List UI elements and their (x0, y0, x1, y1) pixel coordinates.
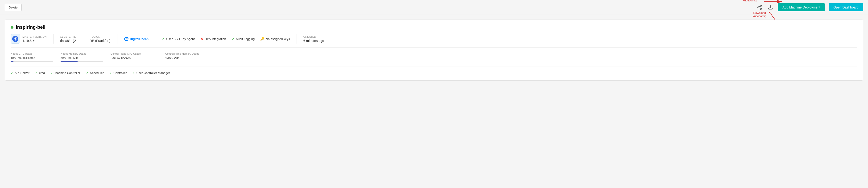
cp-cpu-label: Control Plane CPU Usage (111, 52, 158, 55)
download-kubeconfig-area: Download kubeconfig (767, 4, 774, 11)
ssh-agent-label: User SSH Key Agent (166, 37, 195, 41)
version-value: 1.19.8 (22, 39, 32, 43)
created-label: Created (303, 35, 324, 38)
divider-1 (53, 34, 54, 43)
cpu-usage-metric: Nodes CPU Usage 106/1600 millicores (10, 52, 53, 62)
service-controller: ✓ Controller (110, 71, 127, 75)
user-controller-manager-check-icon: ✓ (132, 71, 135, 75)
controller-check-icon: ✓ (110, 71, 112, 75)
audit-check-icon: ✓ (232, 37, 235, 41)
service-user-controller-manager: ✓ User Controller Manager (132, 71, 170, 75)
version-label: Master Version (22, 35, 47, 38)
service-etcd: ✓ etcd (35, 71, 45, 75)
divider-5 (297, 34, 297, 43)
metrics-row: Nodes CPU Usage 106/1600 millicores Node… (10, 52, 858, 66)
cluster-more-button[interactable]: ⋮ (854, 25, 858, 30)
api-server-label: API Server (14, 71, 29, 75)
download-kubeconfig-button[interactable] (767, 4, 774, 11)
share-icon (757, 5, 762, 10)
memory-usage-label: Nodes Memory Usage (61, 52, 103, 55)
audit-label: Audit Logging (236, 37, 255, 41)
cluster-info-row: Master Version 1.19.8 ▾ Cluster ID dntw8… (10, 34, 858, 48)
cp-cpu-value: 546 millicores (111, 56, 158, 60)
controller-label: Controller (114, 71, 127, 75)
cpu-usage-bar (10, 61, 53, 62)
top-bar: Delete Share kubeconfig (0, 0, 868, 15)
scheduler-check-icon: ✓ (86, 71, 89, 75)
scheduler-label: Scheduler (90, 71, 104, 75)
cp-memory-label: Control Plane Memory Usage (165, 52, 212, 55)
service-scheduler: ✓ Scheduler (86, 71, 104, 75)
api-server-check-icon: ✓ (10, 71, 13, 75)
cluster-id-label: Cluster ID (60, 35, 76, 38)
memory-usage-metric: Nodes Memory Usage 595/1493 MiB (61, 52, 103, 62)
etcd-check-icon: ✓ (35, 71, 38, 75)
services-row: ✓ API Server ✓ etcd ✓ Machine Controller… (10, 71, 858, 75)
cp-memory-value: 1466 MiB (165, 56, 212, 60)
provider-badge: DO DigitalOcean (124, 36, 149, 41)
region-label: Region (90, 35, 111, 38)
badge-ssh-key-agent: ✓ User SSH Key Agent (162, 37, 195, 41)
no-keys-label: No assigned keys (266, 37, 290, 41)
opa-x-icon: ✕ (200, 37, 203, 41)
download-icon (768, 5, 773, 10)
badge-no-keys: 🔑 No assigned keys (260, 37, 290, 41)
region-value: DE (Frankfurt) (90, 39, 111, 43)
kubernetes-icon (10, 34, 20, 43)
version-section: Master Version 1.19.8 ▾ (10, 34, 47, 43)
share-kubeconfig-label: Share kubeconfig (743, 0, 756, 2)
version-chevron-icon[interactable]: ▾ (33, 39, 34, 42)
cluster-header: inspiring-bell (10, 25, 858, 30)
opa-label: OPA Integration (205, 37, 226, 41)
cpu-usage-label: Nodes CPU Usage (10, 52, 53, 55)
share-kubeconfig-button[interactable] (756, 4, 763, 11)
etcd-label: etcd (39, 71, 45, 75)
version-wrapper: 1.19.8 ▾ (22, 39, 47, 43)
svg-point-3 (758, 7, 759, 8)
region-info: Region DE (Frankfurt) (90, 35, 111, 43)
svg-point-4 (760, 8, 762, 9)
svg-point-2 (760, 5, 762, 7)
key-icon: 🔑 (260, 37, 264, 41)
svg-line-6 (759, 6, 760, 7)
divider-4 (155, 34, 155, 43)
cluster-name: inspiring-bell (16, 25, 45, 30)
cp-cpu-metric: Control Plane CPU Usage 546 millicores (111, 52, 158, 60)
machine-controller-label: Machine Controller (55, 71, 80, 75)
digitalocean-icon: DO (124, 36, 129, 41)
svg-point-11 (14, 38, 16, 39)
badge-opa: ✕ OPA Integration (200, 37, 226, 41)
delete-button[interactable]: Delete (5, 4, 22, 11)
machine-controller-check-icon: ✓ (51, 71, 53, 75)
cp-memory-metric: Control Plane Memory Usage 1466 MiB (165, 52, 212, 60)
memory-usage-value: 595/1493 MiB (61, 56, 103, 60)
badge-audit-logging: ✓ Audit Logging (232, 37, 255, 41)
svg-line-5 (759, 7, 760, 8)
version-info: Master Version 1.19.8 ▾ (22, 35, 47, 43)
created-info: Created 6 minutes ago (303, 35, 324, 43)
memory-usage-bar (61, 61, 103, 62)
provider-name: DigitalOcean (130, 37, 149, 41)
cpu-usage-value: 106/1600 millicores (10, 56, 53, 60)
cluster-id-value: dntw8krbj2 (60, 39, 76, 43)
top-bar-right: Share kubeconfig (752, 3, 863, 11)
created-value: 6 minutes ago (303, 39, 324, 43)
cluster-id-info: Cluster ID dntw8krbj2 (60, 35, 76, 43)
user-controller-manager-label: User Controller Manager (136, 71, 170, 75)
add-machine-deployment-button[interactable]: Add Machine Deployment (778, 3, 825, 11)
memory-usage-fill (61, 61, 78, 62)
ssh-agent-check-icon: ✓ (162, 37, 165, 41)
service-api-server: ✓ API Server (10, 71, 29, 75)
badges-row: ✓ User SSH Key Agent ✕ OPA Integration ✓… (162, 37, 290, 41)
open-dashboard-button[interactable]: Open Dashboard (829, 3, 863, 11)
k8s-logo (12, 36, 19, 42)
svg-text:DO: DO (125, 37, 129, 40)
main-content: inspiring-bell ⋮ (0, 15, 868, 85)
cpu-usage-fill (10, 61, 13, 62)
top-bar-left: Delete (5, 4, 22, 11)
service-machine-controller: ✓ Machine Controller (51, 71, 80, 75)
cluster-card: inspiring-bell ⋮ (5, 20, 863, 81)
cluster-status-dot (10, 26, 13, 29)
